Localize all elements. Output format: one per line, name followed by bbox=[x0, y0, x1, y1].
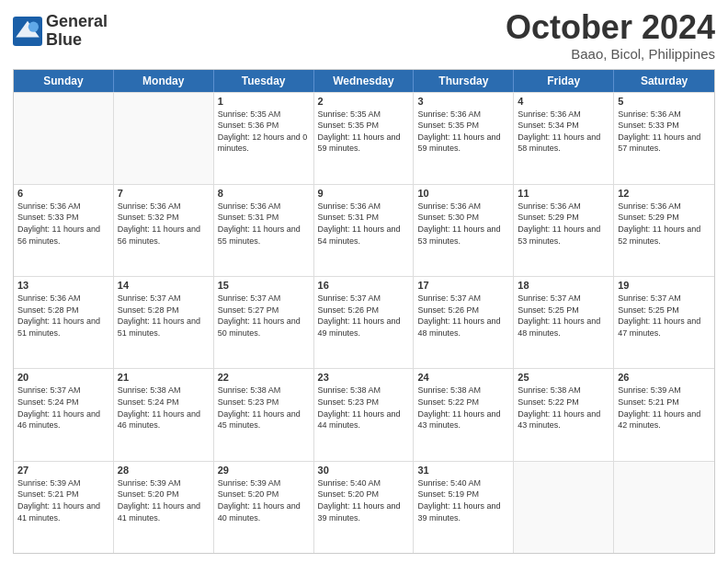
calendar-cell: 8Sunrise: 5:36 AM Sunset: 5:31 PM Daylig… bbox=[214, 185, 314, 276]
cell-info: Sunrise: 5:38 AM Sunset: 5:24 PM Dayligh… bbox=[118, 385, 210, 431]
cell-info: Sunrise: 5:39 AM Sunset: 5:20 PM Dayligh… bbox=[218, 477, 310, 523]
cal-header-cell: Thursday bbox=[414, 70, 514, 92]
cell-info: Sunrise: 5:37 AM Sunset: 5:25 PM Dayligh… bbox=[618, 293, 711, 339]
cell-date: 16 bbox=[318, 280, 410, 291]
calendar-cell: 5Sunrise: 5:36 AM Sunset: 5:33 PM Daylig… bbox=[614, 93, 714, 184]
calendar-cell bbox=[514, 462, 614, 553]
calendar-cell: 27Sunrise: 5:39 AM Sunset: 5:21 PM Dayli… bbox=[14, 462, 114, 553]
cell-date: 12 bbox=[618, 188, 711, 199]
calendar-cell: 20Sunrise: 5:37 AM Sunset: 5:24 PM Dayli… bbox=[14, 369, 114, 460]
calendar-cell: 19Sunrise: 5:37 AM Sunset: 5:25 PM Dayli… bbox=[614, 277, 714, 368]
cell-date: 2 bbox=[318, 96, 410, 107]
calendar-cell: 10Sunrise: 5:36 AM Sunset: 5:30 PM Dayli… bbox=[414, 185, 514, 276]
svg-point-2 bbox=[28, 21, 39, 31]
cell-info: Sunrise: 5:39 AM Sunset: 5:21 PM Dayligh… bbox=[17, 477, 109, 523]
calendar-cell: 31Sunrise: 5:40 AM Sunset: 5:19 PM Dayli… bbox=[414, 462, 514, 553]
main-title: October 2024 bbox=[506, 9, 715, 46]
calendar-cell: 17Sunrise: 5:37 AM Sunset: 5:26 PM Dayli… bbox=[414, 277, 514, 368]
cell-date: 28 bbox=[118, 465, 210, 476]
calendar-cell: 3Sunrise: 5:36 AM Sunset: 5:35 PM Daylig… bbox=[414, 93, 514, 184]
calendar-cell: 28Sunrise: 5:39 AM Sunset: 5:20 PM Dayli… bbox=[114, 462, 214, 553]
cell-date: 13 bbox=[17, 280, 109, 291]
cell-date: 26 bbox=[618, 372, 711, 383]
calendar-cell: 13Sunrise: 5:36 AM Sunset: 5:28 PM Dayli… bbox=[14, 277, 114, 368]
cell-date: 30 bbox=[318, 465, 410, 476]
calendar-cell: 9Sunrise: 5:36 AM Sunset: 5:31 PM Daylig… bbox=[314, 185, 415, 276]
calendar-week: 6Sunrise: 5:36 AM Sunset: 5:33 PM Daylig… bbox=[14, 184, 714, 276]
cell-info: Sunrise: 5:35 AM Sunset: 5:35 PM Dayligh… bbox=[318, 109, 410, 155]
cell-date: 3 bbox=[417, 96, 509, 107]
cell-date: 1 bbox=[218, 96, 310, 107]
cell-info: Sunrise: 5:36 AM Sunset: 5:29 PM Dayligh… bbox=[618, 201, 711, 247]
calendar-week: 27Sunrise: 5:39 AM Sunset: 5:21 PM Dayli… bbox=[14, 461, 714, 553]
cal-header-cell: Wednesday bbox=[314, 70, 415, 92]
calendar-cell: 18Sunrise: 5:37 AM Sunset: 5:25 PM Dayli… bbox=[514, 277, 614, 368]
cell-info: Sunrise: 5:36 AM Sunset: 5:31 PM Dayligh… bbox=[218, 201, 310, 247]
calendar-cell: 24Sunrise: 5:38 AM Sunset: 5:22 PM Dayli… bbox=[414, 369, 514, 460]
cell-date: 17 bbox=[417, 280, 509, 291]
cell-date: 29 bbox=[218, 465, 310, 476]
calendar-cell: 2Sunrise: 5:35 AM Sunset: 5:35 PM Daylig… bbox=[314, 93, 415, 184]
logo-line1: General bbox=[46, 13, 108, 31]
calendar-cell: 22Sunrise: 5:38 AM Sunset: 5:23 PM Dayli… bbox=[214, 369, 314, 460]
logo-line2: Blue bbox=[46, 31, 108, 50]
calendar-cell bbox=[114, 93, 214, 184]
cell-info: Sunrise: 5:36 AM Sunset: 5:32 PM Dayligh… bbox=[118, 201, 210, 247]
logo-icon bbox=[13, 17, 42, 46]
cell-info: Sunrise: 5:39 AM Sunset: 5:21 PM Dayligh… bbox=[618, 385, 711, 431]
cell-date: 21 bbox=[118, 372, 210, 383]
cell-date: 20 bbox=[17, 372, 109, 383]
cell-date: 9 bbox=[318, 188, 410, 199]
calendar-cell: 12Sunrise: 5:36 AM Sunset: 5:29 PM Dayli… bbox=[614, 185, 714, 276]
subtitle: Baao, Bicol, Philippines bbox=[506, 46, 715, 62]
calendar-cell bbox=[614, 462, 714, 553]
cal-header-cell: Tuesday bbox=[214, 70, 314, 92]
cell-date: 19 bbox=[618, 280, 711, 291]
cell-info: Sunrise: 5:37 AM Sunset: 5:28 PM Dayligh… bbox=[118, 293, 210, 339]
calendar-header: SundayMondayTuesdayWednesdayThursdayFrid… bbox=[14, 70, 714, 92]
calendar-week: 13Sunrise: 5:36 AM Sunset: 5:28 PM Dayli… bbox=[14, 276, 714, 368]
calendar-cell: 29Sunrise: 5:39 AM Sunset: 5:20 PM Dayli… bbox=[214, 462, 314, 553]
calendar-cell: 23Sunrise: 5:38 AM Sunset: 5:23 PM Dayli… bbox=[314, 369, 415, 460]
cell-info: Sunrise: 5:37 AM Sunset: 5:24 PM Dayligh… bbox=[17, 385, 109, 431]
cell-info: Sunrise: 5:38 AM Sunset: 5:22 PM Dayligh… bbox=[417, 385, 509, 431]
calendar-cell: 25Sunrise: 5:38 AM Sunset: 5:22 PM Dayli… bbox=[514, 369, 614, 460]
cell-date: 23 bbox=[318, 372, 410, 383]
cell-date: 4 bbox=[518, 96, 609, 107]
calendar-cell: 6Sunrise: 5:36 AM Sunset: 5:33 PM Daylig… bbox=[14, 185, 114, 276]
cell-date: 27 bbox=[17, 465, 109, 476]
calendar: SundayMondayTuesdayWednesdayThursdayFrid… bbox=[13, 69, 715, 554]
calendar-week: 1Sunrise: 5:35 AM Sunset: 5:36 PM Daylig… bbox=[14, 92, 714, 184]
calendar-cell: 1Sunrise: 5:35 AM Sunset: 5:36 PM Daylig… bbox=[214, 93, 314, 184]
calendar-cell: 7Sunrise: 5:36 AM Sunset: 5:32 PM Daylig… bbox=[114, 185, 214, 276]
calendar-cell: 15Sunrise: 5:37 AM Sunset: 5:27 PM Dayli… bbox=[214, 277, 314, 368]
cell-info: Sunrise: 5:35 AM Sunset: 5:36 PM Dayligh… bbox=[218, 109, 310, 155]
calendar-cell: 14Sunrise: 5:37 AM Sunset: 5:28 PM Dayli… bbox=[114, 277, 214, 368]
calendar-cell: 4Sunrise: 5:36 AM Sunset: 5:34 PM Daylig… bbox=[514, 93, 614, 184]
cell-info: Sunrise: 5:36 AM Sunset: 5:34 PM Dayligh… bbox=[518, 109, 609, 155]
cal-header-cell: Saturday bbox=[614, 70, 714, 92]
cal-header-cell: Monday bbox=[114, 70, 214, 92]
cell-date: 10 bbox=[417, 188, 509, 199]
cell-info: Sunrise: 5:40 AM Sunset: 5:20 PM Dayligh… bbox=[318, 477, 410, 523]
cell-date: 22 bbox=[218, 372, 310, 383]
cell-info: Sunrise: 5:38 AM Sunset: 5:22 PM Dayligh… bbox=[518, 385, 609, 431]
cal-header-cell: Sunday bbox=[14, 70, 114, 92]
calendar-cell: 11Sunrise: 5:36 AM Sunset: 5:29 PM Dayli… bbox=[514, 185, 614, 276]
logo: General Blue bbox=[13, 13, 108, 50]
logo-text: General Blue bbox=[46, 13, 108, 50]
cell-info: Sunrise: 5:36 AM Sunset: 5:31 PM Dayligh… bbox=[318, 201, 410, 247]
cell-info: Sunrise: 5:38 AM Sunset: 5:23 PM Dayligh… bbox=[318, 385, 410, 431]
cell-info: Sunrise: 5:38 AM Sunset: 5:23 PM Dayligh… bbox=[218, 385, 310, 431]
cell-info: Sunrise: 5:37 AM Sunset: 5:26 PM Dayligh… bbox=[318, 293, 410, 339]
cell-date: 7 bbox=[118, 188, 210, 199]
cell-info: Sunrise: 5:36 AM Sunset: 5:33 PM Dayligh… bbox=[618, 109, 711, 155]
cell-info: Sunrise: 5:40 AM Sunset: 5:19 PM Dayligh… bbox=[417, 477, 509, 523]
page: General Blue October 2024 Baao, Bicol, P… bbox=[0, 0, 728, 563]
cell-date: 8 bbox=[218, 188, 310, 199]
cell-date: 6 bbox=[17, 188, 109, 199]
cell-date: 14 bbox=[118, 280, 210, 291]
cell-date: 24 bbox=[417, 372, 509, 383]
calendar-cell: 21Sunrise: 5:38 AM Sunset: 5:24 PM Dayli… bbox=[114, 369, 214, 460]
cell-info: Sunrise: 5:39 AM Sunset: 5:20 PM Dayligh… bbox=[118, 477, 210, 523]
